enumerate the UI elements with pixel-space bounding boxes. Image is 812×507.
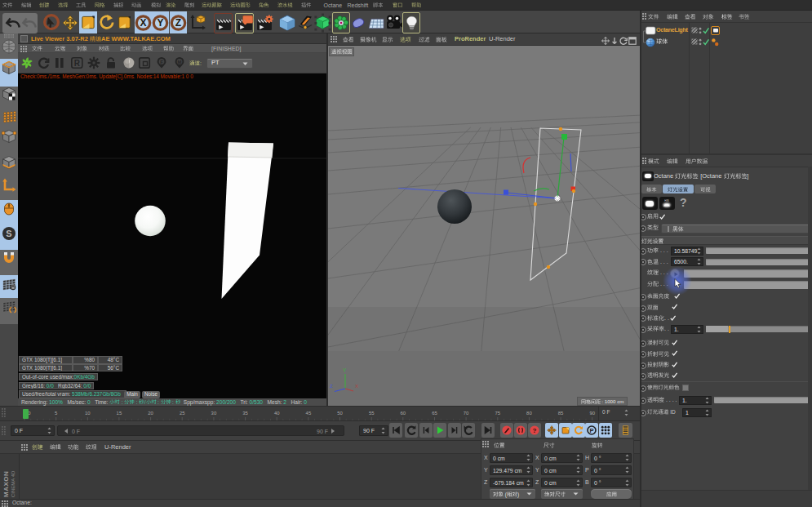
svg-text:90 F: 90 F [317,429,328,434]
svg-text:20: 20 [148,411,153,416]
svg-text:45: 45 [306,411,312,416]
svg-text:85: 85 [558,411,564,416]
svg-text:MAXON: MAXON [2,471,10,497]
svg-text:Y: Y [343,367,347,373]
svg-text:35: 35 [242,411,248,416]
svg-text:CINEMA 4D: CINEMA 4D [11,470,16,497]
svg-text:25: 25 [180,411,185,416]
svg-text:80: 80 [526,411,532,416]
svg-text:30: 30 [211,411,217,416]
svg-text:P: P [589,427,593,434]
svg-text:Z: Z [175,17,181,29]
svg-text:X: X [355,384,358,389]
svg-text:Y: Y [158,17,164,29]
svg-text:50: 50 [337,411,343,416]
svg-text:60: 60 [401,411,406,416]
svg-text:55: 55 [369,411,375,416]
svg-text:0 F: 0 F [72,429,80,434]
svg-text:70: 70 [464,411,469,416]
svg-text:HIS: HIS [664,199,668,202]
svg-text:F: F [160,60,163,64]
svg-text:Z: Z [330,384,333,389]
svg-text:65: 65 [432,411,437,416]
svg-text:S: S [6,229,11,238]
svg-text:75: 75 [495,411,501,416]
svg-text:90: 90 [589,411,595,416]
svg-text:?: ? [533,427,537,434]
svg-text:X: X [140,17,146,29]
svg-text:M: M [178,60,182,64]
svg-text:5: 5 [55,411,58,416]
svg-text:15: 15 [117,411,122,416]
svg-text:40: 40 [274,411,280,416]
svg-text:10: 10 [85,411,91,416]
svg-text:R: R [74,59,81,68]
